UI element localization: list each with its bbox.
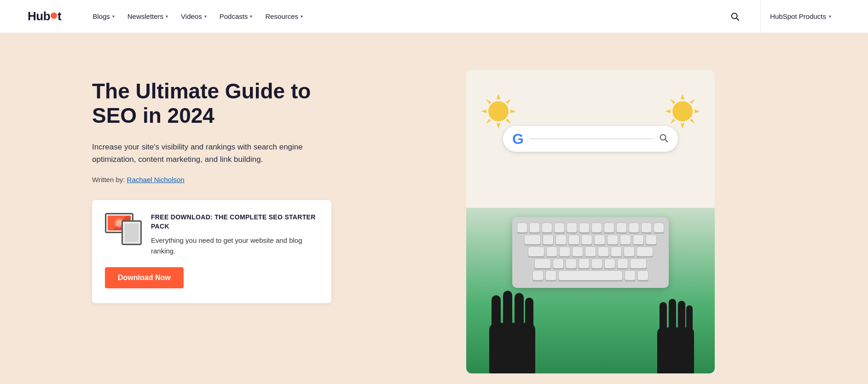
download-card-title: FREE DOWNLOAD: THE COMPLETE SEO STARTER …: [151, 213, 318, 231]
svg-marker-5: [497, 94, 500, 99]
svg-rect-25: [492, 295, 501, 332]
nav-item-videos[interactable]: Videos ▾: [175, 9, 212, 24]
logo-text-hub: Hub: [28, 9, 50, 23]
svg-marker-11: [506, 99, 511, 104]
svg-marker-8: [510, 109, 516, 113]
hero-title: The Ultimate Guide to SEO in 2024: [92, 79, 350, 128]
hero-author: Written by: Rachael Nicholson: [92, 176, 350, 183]
tablet-icon: [122, 220, 142, 245]
keyboard-icon: [512, 217, 669, 288]
svg-marker-12: [486, 119, 491, 124]
nav-item-blogs[interactable]: Blogs ▾: [87, 9, 120, 24]
svg-marker-17: [694, 109, 700, 113]
download-now-button[interactable]: Download Now: [105, 267, 184, 288]
sunburst-right-icon: [664, 93, 701, 130]
svg-marker-14: [681, 94, 684, 99]
keyboard-illustration: [466, 208, 715, 373]
google-g-icon: G: [512, 131, 524, 148]
chevron-down-icon: ▾: [301, 14, 303, 19]
search-illustration: G: [466, 70, 715, 208]
search-button[interactable]: [726, 8, 744, 25]
svg-rect-33: [686, 305, 693, 334]
search-input-line: [529, 138, 653, 139]
svg-marker-18: [670, 99, 675, 104]
download-card-body: Everything you need to get your website …: [151, 235, 318, 256]
nav-label-newsletters: Newsletters: [127, 12, 163, 20]
chevron-down-icon: ▾: [250, 14, 252, 19]
svg-marker-19: [690, 119, 695, 124]
svg-marker-21: [670, 119, 675, 124]
svg-marker-9: [486, 99, 491, 104]
hero-section: The Ultimate Guide to SEO in 2024 Increa…: [0, 33, 868, 384]
nav-products-button[interactable]: HubSpot Products ▾: [760, 0, 840, 33]
svg-marker-10: [506, 119, 511, 124]
svg-rect-32: [678, 301, 685, 333]
sunburst-left-icon: [480, 93, 517, 130]
chevron-down-icon: ▾: [829, 14, 831, 19]
nav-item-resources[interactable]: Resources ▾: [260, 9, 308, 24]
logo-spot-icon: [51, 12, 57, 19]
svg-rect-29: [657, 327, 694, 373]
google-search-bar: G: [503, 126, 678, 152]
nav-items: Blogs ▾ Newsletters ▾ Videos ▾ Podcasts …: [87, 9, 710, 24]
svg-rect-28: [525, 298, 533, 330]
author-link[interactable]: Rachael Nicholson: [127, 176, 185, 183]
nav-item-podcasts[interactable]: Podcasts ▾: [214, 9, 258, 24]
svg-rect-30: [660, 302, 667, 334]
hand-right-icon: [655, 295, 701, 373]
download-text: FREE DOWNLOAD: THE COMPLETE SEO STARTER …: [151, 213, 318, 256]
hero-content: The Ultimate Guide to SEO in 2024 Increa…: [92, 70, 350, 373]
nav-label-blogs: Blogs: [93, 12, 110, 20]
nav-label-podcasts: Podcasts: [220, 12, 248, 20]
navbar: Hubt Blogs ▾ Newsletters ▾ Videos ▾ Podc…: [0, 0, 868, 33]
written-by-label: Written by:: [92, 176, 125, 183]
download-card: @ FREE DOWNLOAD: THE COMPLETE SEO STARTE…: [92, 200, 331, 303]
hand-left-icon: [485, 286, 549, 373]
svg-marker-15: [681, 123, 684, 129]
search-magnifier-icon: [659, 133, 669, 145]
chevron-down-icon: ▾: [112, 14, 115, 19]
svg-rect-26: [503, 291, 512, 330]
svg-marker-20: [690, 99, 695, 104]
logo-text-spot: t: [58, 9, 61, 23]
nav-item-newsletters[interactable]: Newsletters ▾: [122, 9, 174, 24]
svg-point-13: [672, 101, 693, 121]
nav-products-label: HubSpot Products: [770, 12, 826, 20]
hero-image: G: [387, 70, 794, 373]
download-icon-wrap: @: [105, 213, 142, 245]
download-card-inner: @ FREE DOWNLOAD: THE COMPLETE SEO STARTE…: [105, 213, 318, 256]
logo[interactable]: Hubt: [28, 9, 61, 23]
svg-rect-31: [669, 299, 676, 333]
chevron-down-icon: ▾: [166, 14, 168, 19]
search-icon: [730, 11, 740, 22]
svg-marker-7: [481, 109, 486, 113]
svg-point-4: [488, 101, 509, 121]
svg-line-23: [665, 139, 667, 142]
device-stack-icon: @: [105, 213, 142, 245]
svg-line-1: [736, 18, 739, 20]
svg-marker-6: [497, 123, 500, 129]
nav-label-videos: Videos: [181, 12, 202, 20]
svg-rect-27: [515, 293, 524, 330]
chevron-down-icon: ▾: [204, 14, 207, 19]
hero-description: Increase your site's visibility and rank…: [92, 141, 331, 166]
svg-marker-16: [665, 109, 671, 113]
seo-illustration-card: G: [466, 70, 715, 373]
nav-label-resources: Resources: [265, 12, 298, 20]
